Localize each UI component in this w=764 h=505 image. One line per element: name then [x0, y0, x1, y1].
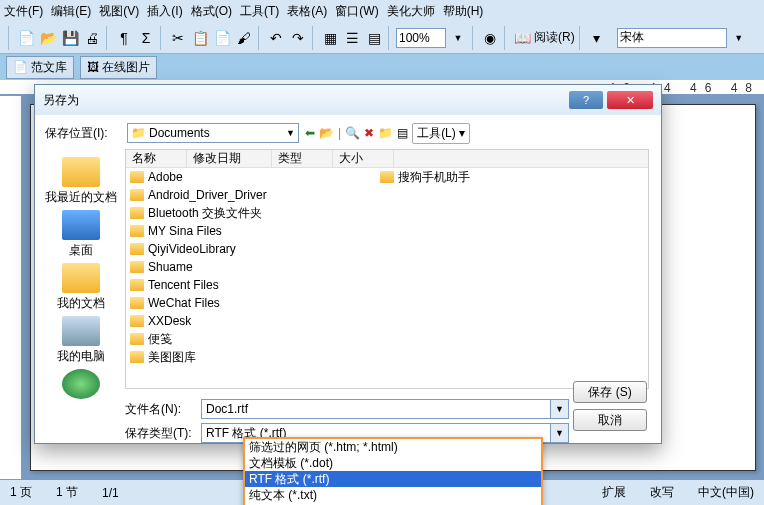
columns-icon[interactable]: ☰ — [342, 28, 362, 48]
book-icon[interactable]: 📖 — [512, 28, 532, 48]
help-icon[interactable]: ◉ — [480, 28, 500, 48]
back-icon[interactable]: ⬅ — [305, 126, 315, 140]
folder-item[interactable]: Bluetooth 交换文件夹 — [126, 204, 648, 222]
menu-window[interactable]: 窗口(W) — [335, 3, 378, 20]
menu-view[interactable]: 视图(V) — [99, 3, 139, 20]
cut-icon[interactable]: ✂ — [168, 28, 188, 48]
place-recent[interactable]: 我最近的文档 — [45, 157, 117, 206]
folder-item[interactable]: MY Sina Files — [126, 222, 648, 240]
menu-edit[interactable]: 编辑(E) — [51, 3, 91, 20]
col-size[interactable]: 大小 — [333, 150, 394, 167]
save-location-combo[interactable]: 📁 Documents ▼ — [127, 123, 299, 143]
chevron-down-icon[interactable]: ▼ — [550, 400, 568, 418]
status-section: 1 节 — [56, 484, 78, 501]
brush-icon[interactable]: 🖌 — [234, 28, 254, 48]
doc-icon: 📄 — [13, 60, 28, 74]
cancel-button[interactable]: 取消 — [573, 409, 647, 431]
save-button[interactable]: 保存 (S) — [573, 381, 647, 403]
chevron-down-icon[interactable]: ▼ — [550, 424, 568, 442]
delete-icon[interactable]: ✖ — [364, 126, 374, 140]
menu-insert[interactable]: 插入(I) — [147, 3, 182, 20]
folder-item[interactable]: 便笺 — [126, 330, 648, 348]
folder-item[interactable]: 美图图库 — [126, 348, 648, 366]
search-icon[interactable]: 🔍 — [345, 126, 360, 140]
col-date[interactable]: 修改日期 — [187, 150, 272, 167]
place-network[interactable] — [62, 369, 100, 399]
save-as-dialog: 另存为 ? ✕ 保存位置(I): 📁 Documents ▼ ⬅ 📂 | 🔍 ✖… — [34, 84, 662, 444]
redo-icon[interactable]: ↷ — [288, 28, 308, 48]
folder-icon — [130, 243, 144, 255]
filename-value: Doc1.rtf — [206, 402, 248, 416]
menu-table[interactable]: 表格(A) — [287, 3, 327, 20]
folder-item[interactable]: WeChat Files — [126, 294, 648, 312]
dropdown-icon[interactable]: ▾ — [587, 28, 607, 48]
tools-menu[interactable]: 工具(L) ▾ — [412, 123, 470, 144]
font-select[interactable] — [617, 28, 727, 48]
folder-icon — [130, 261, 144, 273]
filename-combo[interactable]: Doc1.rtf ▼ — [201, 399, 569, 419]
folder-icon — [130, 351, 144, 363]
print-icon[interactable]: 🖨 — [82, 28, 102, 48]
filetype-dropdown[interactable]: 筛选过的网页 (*.htm; *.html)文档模板 (*.dot)RTF 格式… — [243, 437, 543, 505]
template-lib-button[interactable]: 📄范文库 — [6, 56, 74, 79]
folder-icon — [130, 315, 144, 327]
folder-item[interactable]: Android_Driver_Driver — [126, 186, 648, 204]
spreadsheet-icon[interactable]: ▤ — [364, 28, 384, 48]
zoom-arrow-icon[interactable]: ▼ — [448, 28, 468, 48]
new-folder-icon[interactable]: 📁 — [378, 126, 393, 140]
status-fraction: 1/1 — [102, 486, 119, 500]
place-mydocs[interactable]: 我的文档 — [57, 263, 105, 312]
read-label[interactable]: 阅读(R) — [534, 29, 575, 46]
up-icon[interactable]: 📂 — [319, 126, 334, 140]
undo-icon[interactable]: ↶ — [266, 28, 286, 48]
open-icon[interactable]: 📂 — [38, 28, 58, 48]
folder-item[interactable]: Shuame — [126, 258, 648, 276]
file-list[interactable]: 名称 修改日期 类型 大小 Adobe搜狗手机助手Android_Driver_… — [125, 149, 649, 389]
dialog-help-button[interactable]: ? — [569, 91, 603, 109]
new-doc-icon[interactable]: 📄 — [16, 28, 36, 48]
save-location-label: 保存位置(I): — [45, 125, 121, 142]
menu-tools[interactable]: 工具(T) — [240, 3, 279, 20]
folder-icon — [130, 171, 144, 183]
recent-folder-icon — [62, 157, 100, 187]
globe-icon — [62, 369, 100, 399]
menu-file[interactable]: 文件(F) — [4, 3, 43, 20]
file-list-header: 名称 修改日期 类型 大小 — [126, 150, 648, 168]
font-arrow-icon[interactable]: ▼ — [729, 28, 749, 48]
paste-icon[interactable]: 📄 — [212, 28, 232, 48]
folder-item[interactable]: QiyiVideoLibrary — [126, 240, 648, 258]
dropdown-option[interactable]: 筛选过的网页 (*.htm; *.html) — [245, 439, 541, 455]
dialog-close-button[interactable]: ✕ — [607, 91, 653, 109]
view-icon[interactable]: ▤ — [397, 126, 408, 140]
status-ext: 扩展 — [602, 484, 626, 501]
copy-icon[interactable]: 📋 — [190, 28, 210, 48]
dropdown-option[interactable]: 文档模板 (*.dot) — [245, 455, 541, 471]
menu-format[interactable]: 格式(O) — [191, 3, 232, 20]
status-lang: 中文(中国) — [698, 484, 754, 501]
place-desktop[interactable]: 桌面 — [62, 210, 100, 259]
image-icon: 🖼 — [87, 60, 99, 74]
filename-label: 文件名(N): — [125, 401, 195, 418]
folder-icon — [130, 207, 144, 219]
menu-help[interactable]: 帮助(H) — [443, 3, 484, 20]
folder-item[interactable]: XXDesk — [126, 312, 648, 330]
folder-item[interactable]: 搜狗手机助手 — [376, 168, 470, 186]
paragraph-icon[interactable]: ¶ — [114, 28, 134, 48]
dropdown-option[interactable]: 纯文本 (*.txt) — [245, 487, 541, 503]
computer-icon — [62, 316, 100, 346]
folder-icon — [130, 279, 144, 291]
table-icon[interactable]: ▦ — [320, 28, 340, 48]
online-images-button[interactable]: 🖼在线图片 — [80, 56, 157, 79]
sigma-icon[interactable]: Σ — [136, 28, 156, 48]
folder-item[interactable]: Tencent Files — [126, 276, 648, 294]
dropdown-option[interactable]: RTF 格式 (*.rtf) — [245, 471, 541, 487]
col-name[interactable]: 名称 — [126, 150, 187, 167]
save-icon[interactable]: 💾 — [60, 28, 80, 48]
places-sidebar: 我最近的文档 桌面 我的文档 我的电脑 — [41, 149, 121, 437]
zoom-input[interactable] — [396, 28, 446, 48]
menu-beauty[interactable]: 美化大师 — [387, 3, 435, 20]
place-mycomp[interactable]: 我的电脑 — [57, 316, 105, 365]
folder-icon — [130, 297, 144, 309]
col-type[interactable]: 类型 — [272, 150, 333, 167]
vertical-ruler — [0, 96, 22, 479]
